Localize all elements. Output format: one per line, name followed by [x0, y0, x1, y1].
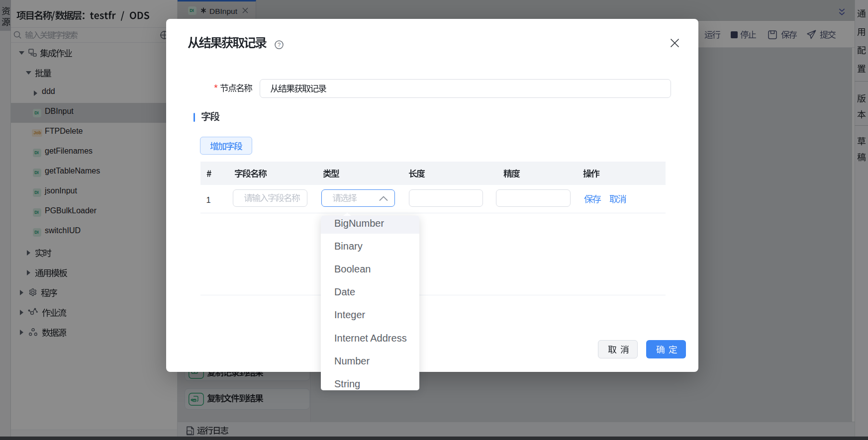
svg-text:?: ?	[278, 42, 281, 48]
